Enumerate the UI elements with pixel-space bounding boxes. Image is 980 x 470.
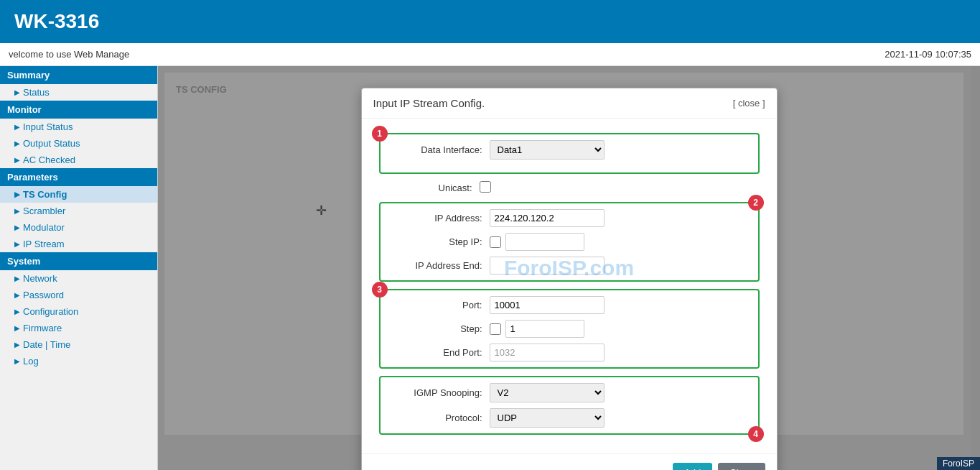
input-ip-address[interactable]: 224.120.120.2 [490, 209, 605, 227]
label-end-port: End Port: [389, 347, 490, 358]
row-data-interface: Data Interface: Data1 Data2 [389, 140, 750, 160]
sidebar: Summary ▶ Status Monitor ▶ Input Status … [0, 66, 158, 470]
row-end-port: End Port: 1032 [389, 344, 750, 361]
sidebar-item-input-status[interactable]: ▶ Input Status [0, 119, 157, 135]
sidebar-item-network[interactable]: ▶ Network [0, 270, 157, 287]
arrow-icon: ▶ [14, 224, 20, 231]
label-igmp-snooping: IGMP Snooping: [389, 387, 490, 398]
sidebar-section-system: System [0, 252, 157, 270]
main-layout: Summary ▶ Status Monitor ▶ Input Status … [0, 66, 980, 470]
modal-footer: Add Close [362, 453, 777, 470]
checkbox-step-ip[interactable] [490, 236, 501, 248]
datetime-display: 2021-11-09 10:07:35 [885, 49, 971, 60]
subtitle-text: velcome to use Web Manage [9, 49, 129, 60]
row-unicast: Unicast: [379, 181, 760, 195]
sidebar-item-output-status[interactable]: ▶ Output Status [0, 135, 157, 152]
input-step[interactable] [505, 320, 584, 338]
badge-4: 4 [748, 426, 764, 442]
row-step: Step: [389, 320, 750, 338]
arrow-icon: ▶ [14, 357, 20, 365]
arrow-icon: ▶ [14, 156, 20, 164]
sidebar-item-date-time[interactable]: ▶ Date | Time [0, 336, 157, 353]
sidebar-item-ts-config[interactable]: ▶ TS Config [0, 186, 157, 203]
arrow-icon: ▶ [14, 308, 20, 315]
checkbox-unicast[interactable] [480, 181, 491, 193]
content-area: TS CONFIG ✛ Input IP Stream Config. [ cl… [158, 66, 980, 470]
sidebar-item-password[interactable]: ▶ Password [0, 287, 157, 303]
sidebar-item-ac-checked[interactable]: ▶ AC Checked [0, 152, 157, 168]
select-data-interface[interactable]: Data1 Data2 [490, 140, 605, 160]
arrow-icon: ▶ [14, 341, 20, 349]
label-port: Port: [389, 300, 490, 310]
input-step-ip[interactable] [505, 233, 584, 251]
control-step-ip [490, 233, 750, 251]
app-header: WK-3316 [0, 0, 980, 43]
sidebar-item-scrambler[interactable]: ▶ Scrambler [0, 203, 157, 219]
modal-close-link[interactable]: [ close ] [733, 98, 765, 109]
arrow-icon: ▶ [14, 240, 20, 248]
close-button[interactable]: Close [718, 463, 765, 470]
sidebar-item-firmware[interactable]: ▶ Firmware [0, 320, 157, 336]
sidebar-item-ip-stream[interactable]: ▶ IP Stream [0, 236, 157, 252]
arrow-icon: ▶ [14, 324, 20, 332]
checkbox-step[interactable] [490, 323, 501, 335]
sidebar-label-ip-stream: IP Stream [23, 239, 65, 249]
control-step [490, 320, 750, 338]
move-cursor-icon: ✛ [316, 203, 327, 218]
subtitle-bar: velcome to use Web Manage 2021-11-09 10:… [0, 43, 980, 66]
sidebar-label-ac-checked: AC Checked [23, 155, 75, 165]
sidebar-item-log[interactable]: ▶ Log [0, 353, 157, 369]
label-ip-address: IP Address: [389, 213, 490, 224]
arrow-icon: ▶ [14, 88, 20, 96]
row-port: Port: 10001 [389, 296, 750, 314]
sidebar-item-modulator[interactable]: ▶ Modulator [0, 219, 157, 236]
badge-3: 3 [372, 282, 388, 298]
label-step-ip: Step IP: [389, 236, 490, 247]
sidebar-label-output-status: Output Status [23, 138, 80, 149]
control-igmp-snooping: V1 V2 V3 [490, 383, 750, 402]
group-data-interface: 1 Data Interface: Data1 Data2 [379, 133, 760, 174]
modal-body: 1 Data Interface: Data1 Data2 [362, 119, 777, 453]
badge-1: 1 [372, 126, 388, 142]
input-ip-address-end[interactable] [490, 257, 605, 275]
badge-2: 2 [748, 195, 764, 211]
modal-dialog: Input IP Stream Config. [ close ] 1 Data… [361, 88, 778, 470]
input-port[interactable]: 10001 [490, 296, 605, 314]
arrow-icon: ▶ [14, 291, 20, 299]
arrow-icon: ▶ [14, 190, 20, 198]
add-button[interactable]: Add [673, 463, 712, 470]
app-title: WK-3316 [14, 10, 99, 33]
control-end-port: 1032 [490, 344, 750, 361]
control-data-interface: Data1 Data2 [490, 140, 750, 160]
group-port: 3 Port: 10001 Step: [379, 289, 760, 369]
group-igmp-protocol: 4 IGMP Snooping: V1 V2 V3 [379, 376, 760, 435]
modal-header: Input IP Stream Config. [ close ] [362, 88, 777, 119]
sidebar-label-configuration: Configuration [23, 306, 78, 317]
select-protocol[interactable]: UDP TCP RTP [490, 408, 605, 428]
row-igmp-snooping: IGMP Snooping: V1 V2 V3 [389, 383, 750, 402]
arrow-icon: ▶ [14, 275, 20, 282]
sidebar-label-ts-config: TS Config [23, 189, 67, 200]
control-ip-address-end [490, 257, 750, 275]
sidebar-item-configuration[interactable]: ▶ Configuration [0, 303, 157, 320]
control-ip-address: 224.120.120.2 [490, 209, 750, 227]
label-step: Step: [389, 323, 490, 334]
input-end-port[interactable]: 1032 [490, 344, 605, 361]
row-step-ip: Step IP: [389, 233, 750, 251]
sidebar-label-network: Network [23, 273, 57, 284]
sidebar-section-parameters: Parameters [0, 168, 157, 186]
control-protocol: UDP TCP RTP [490, 408, 750, 428]
sidebar-label-status: Status [23, 87, 50, 98]
control-port: 10001 [490, 296, 750, 314]
arrow-icon: ▶ [14, 207, 20, 215]
modal-title: Input IP Stream Config. [373, 97, 485, 109]
sidebar-label-scrambler: Scrambler [23, 206, 65, 216]
label-ip-address-end: IP Address End: [389, 260, 490, 271]
arrow-icon: ▶ [14, 139, 20, 147]
sidebar-label-input-status: Input Status [23, 121, 73, 132]
label-unicast: Unicast: [379, 183, 480, 193]
sidebar-item-status[interactable]: ▶ Status [0, 84, 157, 101]
select-igmp-snooping[interactable]: V1 V2 V3 [490, 383, 605, 402]
brand-badge: ForoISP [937, 457, 980, 470]
sidebar-label-modulator: Modulator [23, 222, 65, 233]
